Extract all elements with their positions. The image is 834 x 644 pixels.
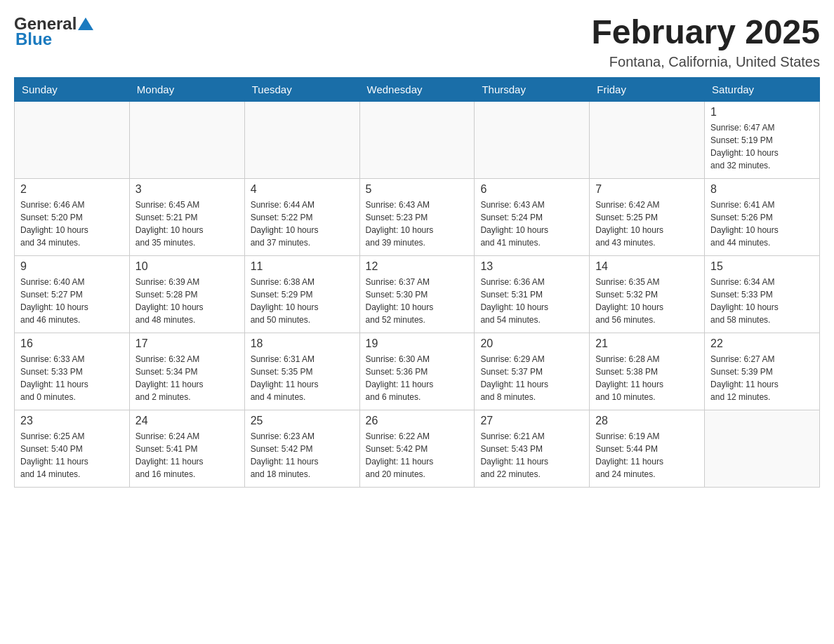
day-number: 11 — [251, 260, 354, 273]
day-number: 5 — [366, 183, 469, 196]
calendar-cell: 18Sunrise: 6:31 AM Sunset: 5:35 PM Dayli… — [244, 333, 359, 410]
calendar-cell — [244, 101, 359, 178]
weekday-header-saturday: Saturday — [705, 77, 820, 101]
day-number: 18 — [251, 337, 354, 350]
logo-blue-text: Blue — [15, 29, 52, 49]
day-info: Sunrise: 6:36 AM Sunset: 5:31 PM Dayligh… — [480, 276, 583, 326]
day-info: Sunrise: 6:40 AM Sunset: 5:27 PM Dayligh… — [20, 276, 124, 326]
day-info: Sunrise: 6:32 AM Sunset: 5:34 PM Dayligh… — [135, 353, 239, 403]
calendar-cell: 25Sunrise: 6:23 AM Sunset: 5:42 PM Dayli… — [244, 410, 359, 487]
calendar-cell: 7Sunrise: 6:42 AM Sunset: 5:25 PM Daylig… — [590, 178, 705, 255]
title-block: February 2025 Fontana, California, Unite… — [591, 14, 820, 70]
day-info: Sunrise: 6:47 AM Sunset: 5:19 PM Dayligh… — [710, 121, 814, 172]
calendar-cell: 6Sunrise: 6:43 AM Sunset: 5:24 PM Daylig… — [475, 178, 590, 255]
calendar-cell: 27Sunrise: 6:21 AM Sunset: 5:43 PM Dayli… — [475, 410, 590, 487]
calendar-cell: 11Sunrise: 6:38 AM Sunset: 5:29 PM Dayli… — [244, 255, 359, 333]
day-info: Sunrise: 6:46 AM Sunset: 5:20 PM Dayligh… — [20, 199, 124, 249]
logo-icon — [78, 16, 93, 32]
calendar-cell: 22Sunrise: 6:27 AM Sunset: 5:39 PM Dayli… — [705, 333, 820, 410]
day-number: 15 — [710, 260, 814, 273]
day-number: 28 — [595, 415, 699, 427]
calendar-week-row: 16Sunrise: 6:33 AM Sunset: 5:33 PM Dayli… — [15, 333, 820, 410]
calendar-cell: 5Sunrise: 6:43 AM Sunset: 5:23 PM Daylig… — [359, 178, 475, 255]
calendar-cell: 14Sunrise: 6:35 AM Sunset: 5:32 PM Dayli… — [590, 255, 705, 333]
calendar-header-row: SundayMondayTuesdayWednesdayThursdayFrid… — [15, 77, 820, 101]
day-info: Sunrise: 6:39 AM Sunset: 5:28 PM Dayligh… — [135, 276, 239, 326]
svg-marker-0 — [78, 18, 93, 30]
day-number: 3 — [135, 183, 239, 196]
day-number: 13 — [480, 260, 583, 273]
weekday-header-thursday: Thursday — [475, 77, 590, 101]
calendar-cell: 24Sunrise: 6:24 AM Sunset: 5:41 PM Dayli… — [129, 410, 244, 487]
calendar-week-row: 2Sunrise: 6:46 AM Sunset: 5:20 PM Daylig… — [15, 178, 820, 255]
day-number: 24 — [135, 415, 239, 427]
day-number: 7 — [595, 183, 699, 196]
day-info: Sunrise: 6:37 AM Sunset: 5:30 PM Dayligh… — [366, 276, 469, 326]
day-number: 25 — [251, 415, 354, 427]
day-number: 16 — [20, 337, 124, 350]
day-number: 17 — [135, 337, 239, 350]
day-number: 26 — [366, 415, 469, 427]
calendar-cell — [475, 101, 590, 178]
day-number: 1 — [710, 106, 814, 119]
day-info: Sunrise: 6:43 AM Sunset: 5:23 PM Dayligh… — [366, 199, 469, 249]
calendar-cell — [359, 101, 475, 178]
day-info: Sunrise: 6:21 AM Sunset: 5:43 PM Dayligh… — [480, 430, 583, 481]
calendar-cell: 9Sunrise: 6:40 AM Sunset: 5:27 PM Daylig… — [15, 255, 130, 333]
weekday-header-wednesday: Wednesday — [359, 77, 475, 101]
day-number: 4 — [251, 183, 354, 196]
calendar-cell: 15Sunrise: 6:34 AM Sunset: 5:33 PM Dayli… — [705, 255, 820, 333]
calendar-cell: 10Sunrise: 6:39 AM Sunset: 5:28 PM Dayli… — [129, 255, 244, 333]
logo: General Blue — [14, 14, 95, 49]
day-number: 20 — [480, 337, 583, 350]
calendar-cell: 1Sunrise: 6:47 AM Sunset: 5:19 PM Daylig… — [705, 101, 820, 178]
day-info: Sunrise: 6:44 AM Sunset: 5:22 PM Dayligh… — [251, 199, 354, 249]
day-info: Sunrise: 6:34 AM Sunset: 5:33 PM Dayligh… — [710, 276, 814, 326]
calendar-cell: 16Sunrise: 6:33 AM Sunset: 5:33 PM Dayli… — [15, 333, 130, 410]
day-info: Sunrise: 6:24 AM Sunset: 5:41 PM Dayligh… — [135, 430, 239, 481]
day-info: Sunrise: 6:41 AM Sunset: 5:26 PM Dayligh… — [710, 199, 814, 249]
calendar-cell: 13Sunrise: 6:36 AM Sunset: 5:31 PM Dayli… — [475, 255, 590, 333]
day-info: Sunrise: 6:38 AM Sunset: 5:29 PM Dayligh… — [251, 276, 354, 326]
calendar-cell — [129, 101, 244, 178]
calendar-cell: 19Sunrise: 6:30 AM Sunset: 5:36 PM Dayli… — [359, 333, 475, 410]
page-header: General Blue February 2025 Fontana, Cali… — [14, 14, 820, 70]
day-info: Sunrise: 6:45 AM Sunset: 5:21 PM Dayligh… — [135, 199, 239, 249]
day-number: 10 — [135, 260, 239, 273]
calendar-cell: 2Sunrise: 6:46 AM Sunset: 5:20 PM Daylig… — [15, 178, 130, 255]
day-info: Sunrise: 6:33 AM Sunset: 5:33 PM Dayligh… — [20, 353, 124, 403]
day-info: Sunrise: 6:31 AM Sunset: 5:35 PM Dayligh… — [251, 353, 354, 403]
day-info: Sunrise: 6:23 AM Sunset: 5:42 PM Dayligh… — [251, 430, 354, 481]
calendar-week-row: 1Sunrise: 6:47 AM Sunset: 5:19 PM Daylig… — [15, 101, 820, 178]
day-number: 27 — [480, 415, 583, 427]
calendar-cell: 26Sunrise: 6:22 AM Sunset: 5:42 PM Dayli… — [359, 410, 475, 487]
day-info: Sunrise: 6:19 AM Sunset: 5:44 PM Dayligh… — [595, 430, 699, 481]
day-number: 19 — [366, 337, 469, 350]
day-info: Sunrise: 6:28 AM Sunset: 5:38 PM Dayligh… — [595, 353, 699, 403]
weekday-header-monday: Monday — [129, 77, 244, 101]
day-info: Sunrise: 6:42 AM Sunset: 5:25 PM Dayligh… — [595, 199, 699, 249]
calendar-week-row: 9Sunrise: 6:40 AM Sunset: 5:27 PM Daylig… — [15, 255, 820, 333]
day-number: 12 — [366, 260, 469, 273]
calendar-cell: 17Sunrise: 6:32 AM Sunset: 5:34 PM Dayli… — [129, 333, 244, 410]
calendar-cell: 8Sunrise: 6:41 AM Sunset: 5:26 PM Daylig… — [705, 178, 820, 255]
day-number: 21 — [595, 337, 699, 350]
calendar-cell: 3Sunrise: 6:45 AM Sunset: 5:21 PM Daylig… — [129, 178, 244, 255]
day-info: Sunrise: 6:43 AM Sunset: 5:24 PM Dayligh… — [480, 199, 583, 249]
calendar-cell: 21Sunrise: 6:28 AM Sunset: 5:38 PM Dayli… — [590, 333, 705, 410]
day-info: Sunrise: 6:25 AM Sunset: 5:40 PM Dayligh… — [20, 430, 124, 481]
day-number: 2 — [20, 183, 124, 196]
calendar-subtitle: Fontana, California, United States — [591, 54, 820, 70]
weekday-header-friday: Friday — [590, 77, 705, 101]
calendar-week-row: 23Sunrise: 6:25 AM Sunset: 5:40 PM Dayli… — [15, 410, 820, 487]
calendar-title: February 2025 — [591, 14, 820, 51]
day-number: 8 — [710, 183, 814, 196]
calendar-cell: 20Sunrise: 6:29 AM Sunset: 5:37 PM Dayli… — [475, 333, 590, 410]
day-info: Sunrise: 6:29 AM Sunset: 5:37 PM Dayligh… — [480, 353, 583, 403]
day-info: Sunrise: 6:30 AM Sunset: 5:36 PM Dayligh… — [366, 353, 469, 403]
day-number: 14 — [595, 260, 699, 273]
day-number: 9 — [20, 260, 124, 273]
calendar-cell: 4Sunrise: 6:44 AM Sunset: 5:22 PM Daylig… — [244, 178, 359, 255]
calendar-cell: 28Sunrise: 6:19 AM Sunset: 5:44 PM Dayli… — [590, 410, 705, 487]
calendar-cell — [15, 101, 130, 178]
